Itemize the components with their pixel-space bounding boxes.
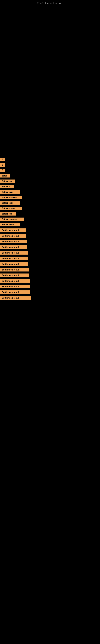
bottleneck-item: Bottleneck result — [0, 250, 100, 256]
bottleneck-item: Bottleneck result — [0, 239, 100, 244]
bottleneck-label: Bottleneck result — [0, 279, 30, 283]
bottleneck-item: Bottleneck result — [0, 273, 100, 278]
bottleneck-item: Bottleneck re — [0, 222, 100, 227]
bottleneck-label: Bottle — [0, 174, 10, 178]
bottleneck-item: Bottleneck result — [0, 284, 100, 289]
bottleneck-item: Bottlene — [0, 184, 100, 189]
bottleneck-item: B — [0, 162, 100, 168]
bottleneck-label: Bottleneck result — [0, 268, 29, 272]
bottleneck-label: Bottleneck result — [0, 274, 29, 277]
bottleneck-item: Bottleneck res — [0, 206, 100, 211]
bottleneck-item: Bottleneck r — [0, 190, 100, 194]
bottleneck-item: B — [0, 168, 100, 173]
bottleneck-label: Bottlene — [0, 185, 14, 188]
bottleneck-items-container: BBBBottleBottleneckBottleneBottleneck rB… — [0, 157, 100, 301]
bottleneck-label: Bottleneck result — [0, 251, 28, 254]
bottleneck-label: B — [0, 163, 5, 167]
bottleneck-label: Bottleneck resul — [0, 218, 24, 221]
bottleneck-item: Bottleneck — [0, 211, 100, 216]
bottleneck-item: Bottleneck result — [0, 256, 100, 261]
bottleneck-item: Bottleneck result — [0, 295, 100, 300]
bottleneck-label: Bottleneck re — [0, 223, 20, 226]
bottleneck-label: Bottleneck r — [0, 190, 20, 194]
bottleneck-item: Bottleneck resul — [0, 217, 100, 222]
bottleneck-label: Bottleneck r — [0, 201, 20, 205]
site-title: TheBottlenecker.com — [0, 0, 100, 6]
bottleneck-item: Bottle — [0, 173, 100, 178]
bottleneck-label: Bottleneck result — [0, 228, 26, 232]
bottleneck-label: Bottleneck result — [0, 240, 27, 243]
bottleneck-item: Bottleneck r — [0, 200, 100, 206]
bottleneck-item: Bottleneck result — [0, 267, 100, 272]
bottleneck-item: Bottleneck result — [0, 278, 100, 284]
bottleneck-label: Bottleneck — [0, 180, 15, 183]
bottleneck-item: Bottleneck resu — [0, 195, 100, 200]
bottleneck-label: Bottleneck result — [0, 262, 28, 266]
bottleneck-item: Bottleneck result — [0, 290, 100, 295]
bottleneck-label: Bottleneck result — [0, 296, 31, 300]
bottleneck-label: Bottleneck res — [0, 207, 22, 210]
bottleneck-item: Bottleneck — [0, 179, 100, 184]
bottleneck-label: B — [0, 158, 5, 161]
bottleneck-item: Bottleneck result — [0, 244, 100, 250]
bottleneck-item: Bottleneck result — [0, 262, 100, 267]
bottleneck-label: Bottleneck result — [0, 245, 27, 249]
bottleneck-item: Bottleneck result — [0, 228, 100, 233]
bottleneck-label: B — [0, 169, 5, 172]
bottleneck-label: Bottleneck result — [0, 234, 26, 238]
bottleneck-label: Bottleneck — [0, 212, 16, 216]
bottleneck-label: Bottleneck result — [0, 256, 28, 260]
bottleneck-item: Bottleneck result — [0, 233, 100, 238]
bottleneck-item: B — [0, 157, 100, 162]
bottleneck-label: Bottleneck result — [0, 285, 30, 288]
bottleneck-label: Bottleneck resu — [0, 196, 22, 199]
bottleneck-label: Bottleneck result — [0, 290, 30, 294]
